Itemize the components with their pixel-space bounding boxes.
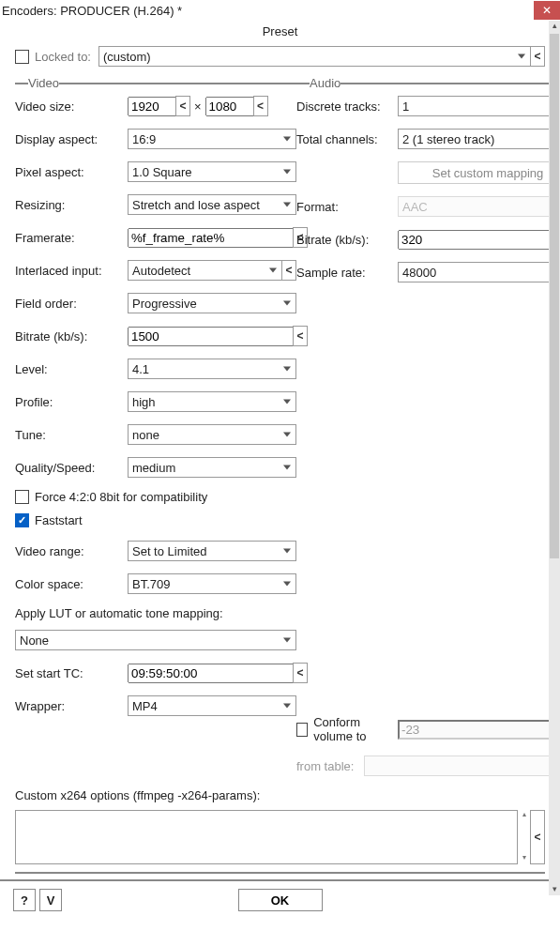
lut-label: Apply LUT or automatic tone mapping: bbox=[15, 606, 296, 620]
preset-heading: Preset bbox=[0, 21, 560, 46]
video-range-select[interactable]: Set to Limited bbox=[128, 541, 296, 561]
level-label: Level: bbox=[15, 362, 128, 376]
from-table-label: from table: bbox=[296, 759, 364, 773]
field-order-select[interactable]: Progressive bbox=[128, 293, 296, 313]
framerate-label: Framerate: bbox=[15, 231, 128, 245]
video-height-popout[interactable]: < bbox=[253, 96, 268, 116]
x264-options-textarea[interactable] bbox=[15, 810, 518, 864]
set-custom-mapping-button[interactable]: Set custom mapping bbox=[398, 161, 560, 184]
force-420-checkbox[interactable] bbox=[15, 490, 29, 504]
quality-select[interactable]: medium bbox=[128, 457, 296, 478]
sample-rate-select[interactable]: 48000 bbox=[398, 262, 560, 282]
window-title: Encoders: PRODUCER (H.264) * bbox=[2, 4, 182, 18]
field-order-label: Field order: bbox=[15, 297, 128, 311]
set-start-tc-label: Set start TC: bbox=[15, 666, 128, 680]
video-bitrate-input[interactable] bbox=[128, 327, 294, 346]
video-width-input[interactable] bbox=[128, 97, 176, 116]
faststart-checkbox[interactable]: ✓ bbox=[15, 513, 29, 527]
scrollbar-thumb[interactable] bbox=[550, 34, 559, 558]
tune-select[interactable]: none bbox=[128, 424, 296, 445]
conform-volume-input bbox=[398, 720, 560, 740]
close-icon: ✕ bbox=[542, 5, 552, 16]
video-width-popout[interactable]: < bbox=[175, 96, 190, 116]
pixel-aspect-label: Pixel aspect: bbox=[15, 165, 128, 179]
pixel-aspect-select[interactable]: 1.0 Square bbox=[128, 161, 296, 182]
x264-options-label: Custom x264 options (ffmpeg -x264-params… bbox=[15, 788, 545, 802]
colorspace-label: Color space: bbox=[15, 577, 128, 591]
interlaced-select[interactable]: Autodetect bbox=[128, 260, 282, 281]
from-table-select bbox=[364, 755, 560, 776]
locked-select[interactable]: (custom) bbox=[98, 46, 531, 67]
audio-bitrate-label: Bitrate (kb/s): bbox=[296, 233, 398, 247]
textarea-scroll-down-icon[interactable]: ▾ bbox=[518, 853, 531, 864]
x264-options-popout[interactable]: < bbox=[530, 810, 545, 864]
textarea-scroll-up-icon[interactable]: ▴ bbox=[518, 810, 531, 821]
locked-label: Locked to: bbox=[35, 50, 91, 64]
sample-rate-label: Sample rate: bbox=[296, 266, 398, 280]
locked-popout-button[interactable]: < bbox=[530, 46, 545, 67]
audio-format-select: AAC bbox=[398, 196, 560, 217]
resizing-select[interactable]: Stretch and lose aspect bbox=[128, 194, 296, 215]
discrete-tracks-select[interactable]: 1 bbox=[398, 96, 560, 116]
video-group-caption: Video bbox=[28, 76, 59, 90]
set-start-tc-input[interactable] bbox=[128, 664, 294, 683]
profile-select[interactable]: high bbox=[128, 391, 296, 412]
framerate-input[interactable] bbox=[128, 228, 294, 248]
discrete-tracks-label: Discrete tracks: bbox=[296, 99, 398, 114]
v-button[interactable]: V bbox=[39, 889, 62, 911]
interlaced-label: Interlaced input: bbox=[15, 264, 128, 278]
profile-label: Profile: bbox=[15, 395, 128, 409]
total-channels-select[interactable]: 2 (1 stereo track) bbox=[398, 129, 560, 149]
video-size-label: Video size: bbox=[15, 99, 128, 114]
display-aspect-label: Display aspect: bbox=[15, 132, 128, 146]
video-range-label: Video range: bbox=[15, 544, 128, 558]
wrapper-label: Wrapper: bbox=[15, 699, 128, 713]
conform-volume-label: Conform volume to bbox=[313, 715, 394, 743]
video-height-input[interactable] bbox=[205, 97, 254, 116]
locked-checkbox[interactable] bbox=[15, 50, 29, 64]
tune-label: Tune: bbox=[15, 428, 128, 442]
video-bitrate-label: Bitrate (kb/s): bbox=[15, 329, 128, 343]
help-button[interactable]: ? bbox=[13, 889, 36, 911]
faststart-label: Faststart bbox=[35, 513, 83, 527]
close-button[interactable]: ✕ bbox=[534, 1, 560, 20]
resizing-label: Resizing: bbox=[15, 198, 128, 212]
interlaced-popout[interactable]: < bbox=[281, 260, 296, 281]
ok-button[interactable]: OK bbox=[238, 889, 323, 911]
wrapper-select[interactable]: MP4 bbox=[128, 695, 296, 716]
quality-label: Quality/Speed: bbox=[15, 461, 128, 475]
force-420-label: Force 4:2:0 8bit for compatibility bbox=[35, 490, 207, 504]
display-aspect-select[interactable]: 16:9 bbox=[128, 129, 296, 149]
level-select[interactable]: 4.1 bbox=[128, 359, 296, 379]
audio-format-label: Format: bbox=[296, 200, 398, 214]
conform-volume-checkbox[interactable] bbox=[296, 723, 308, 737]
audio-group-caption: Audio bbox=[310, 76, 341, 90]
size-x-separator: × bbox=[190, 99, 205, 114]
total-channels-label: Total channels: bbox=[296, 132, 398, 146]
lut-select[interactable]: None bbox=[15, 630, 296, 650]
colorspace-select[interactable]: BT.709 bbox=[128, 573, 296, 594]
audio-bitrate-input[interactable] bbox=[398, 230, 560, 250]
